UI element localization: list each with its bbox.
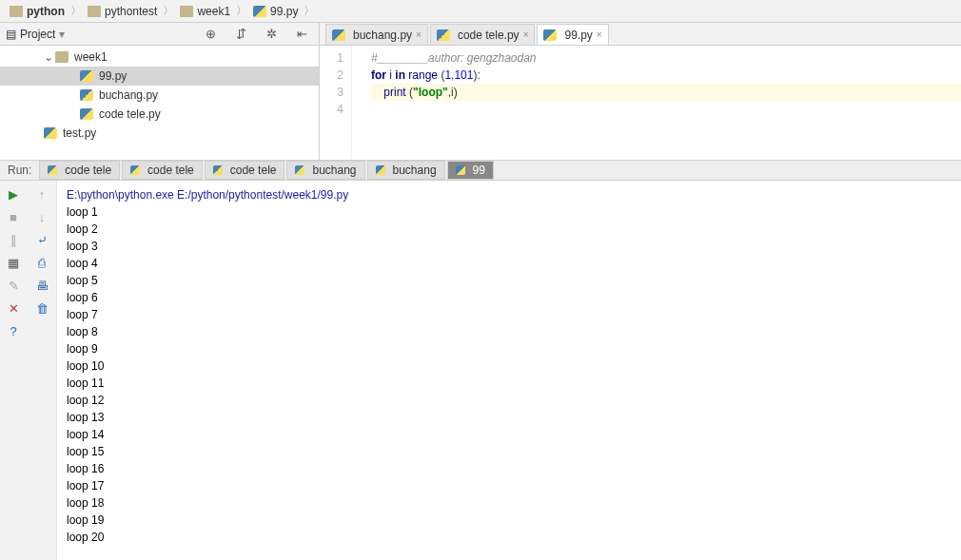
code-editor[interactable]: 1234 #________author: gengzhaodanfor i i…: [320, 46, 961, 160]
folder-icon: [88, 6, 101, 17]
chevron-right-icon: 〉: [302, 3, 317, 19]
editor-tab[interactable]: buchang.py×: [325, 24, 428, 45]
up-icon[interactable]: ↑: [30, 184, 53, 203]
python-file-icon: [213, 165, 223, 175]
folder-icon: [10, 6, 23, 17]
stop-icon[interactable]: ■: [2, 207, 25, 226]
editor-tab[interactable]: 99.py×: [537, 24, 608, 45]
project-panel: ▤ Project ▾ ⊕ ⇵ ✲ ⇤ ⌄week199.pybuchang.p…: [0, 23, 320, 160]
editor-tabs: buchang.py×code tele.py×99.py×: [320, 23, 961, 46]
python-file-icon: [543, 29, 557, 41]
console-line: loop 7: [67, 306, 951, 323]
python-file-icon: [437, 29, 450, 41]
folder-icon: [180, 6, 193, 17]
breadcrumb-item[interactable]: 99.py: [249, 1, 302, 22]
code-line[interactable]: #________author: gengzhaodan: [371, 49, 961, 67]
chevron-down-icon[interactable]: ⌄: [44, 50, 53, 64]
console-line: loop 11: [67, 375, 951, 392]
python-file-icon: [253, 6, 266, 17]
wrap-icon[interactable]: ⤶: [30, 230, 53, 249]
folder-icon: [55, 51, 69, 63]
run-tab[interactable]: code tele: [39, 161, 120, 180]
python-file-icon: [295, 165, 304, 175]
trash-icon[interactable]: 🗑: [30, 299, 53, 318]
run-label: Run:: [0, 164, 39, 177]
tree-item[interactable]: buchang.py: [0, 86, 319, 105]
python-file-icon: [48, 165, 57, 175]
console-line: loop 17: [67, 477, 951, 494]
breadcrumb-item[interactable]: pythontest: [84, 1, 161, 22]
console-line: loop 20: [67, 529, 951, 546]
code-area[interactable]: #________author: gengzhaodanfor i in ran…: [352, 46, 961, 160]
line-gutter: 1234: [320, 46, 352, 160]
collapse-icon[interactable]: ⇵: [229, 25, 252, 44]
code-line[interactable]: print ("loop",i): [371, 84, 961, 101]
close-tab-icon[interactable]: ×: [523, 29, 529, 40]
breadcrumb-item[interactable]: week1: [176, 1, 234, 22]
pause-icon[interactable]: ‖: [2, 230, 25, 249]
console-line: loop 3: [67, 238, 951, 255]
console-line: loop 1: [67, 203, 951, 221]
run-tab[interactable]: code tele: [205, 161, 285, 180]
console-line: loop 10: [67, 357, 951, 375]
run-tab[interactable]: buchang: [286, 161, 364, 180]
python-file-icon: [332, 29, 345, 41]
console-command: E:\python\python.exe E:/python/pythontes…: [67, 186, 951, 203]
chevron-right-icon: 〉: [234, 3, 249, 19]
console-line: loop 12: [67, 392, 951, 409]
python-file-icon: [80, 89, 93, 101]
close-icon[interactable]: ✕: [2, 299, 25, 318]
run-tab[interactable]: code tele: [122, 161, 203, 180]
project-header: ▤ Project ▾ ⊕ ⇵ ✲ ⇤: [0, 23, 319, 46]
run-tab[interactable]: 99: [447, 161, 494, 180]
run-tabs-bar: Run: code telecode telecode telebuchangb…: [0, 160, 961, 181]
console-line: loop 16: [67, 460, 951, 477]
project-title[interactable]: Project: [20, 28, 55, 41]
python-file-icon: [130, 165, 140, 175]
tree-item[interactable]: ⌄week1: [0, 48, 319, 67]
code-line[interactable]: for i in range (1,101):: [371, 67, 961, 84]
tree-item[interactable]: code tele.py: [0, 105, 319, 124]
dropdown-icon[interactable]: ▾: [59, 28, 65, 41]
save-icon[interactable]: 🖶: [30, 276, 53, 295]
console-line: loop 18: [67, 494, 951, 512]
run-toolbar: ▶ ↑ ■ ↓ ‖ ⤶ ▦ ⎙ ✎ 🖶 ✕ 🗑 ?: [0, 181, 57, 560]
console-line: loop 13: [67, 409, 951, 426]
console-output[interactable]: E:\python\python.exe E:/python/pythontes…: [57, 181, 961, 560]
python-file-icon: [456, 165, 465, 175]
run-tool-window: ▶ ↑ ■ ↓ ‖ ⤶ ▦ ⎙ ✎ 🖶 ✕ 🗑 ? E:\python\pyth…: [0, 181, 961, 560]
help-icon[interactable]: ?: [2, 321, 25, 340]
console-line: loop 19: [67, 512, 951, 529]
console-line: loop 5: [67, 272, 951, 289]
console-line: loop 14: [67, 426, 951, 443]
close-tab-icon[interactable]: ×: [597, 29, 602, 40]
python-file-icon: [44, 127, 57, 139]
gear-icon[interactable]: ✲: [260, 25, 283, 44]
python-file-icon: [80, 70, 93, 82]
console-line: loop 9: [67, 340, 951, 357]
project-tree[interactable]: ⌄week199.pybuchang.pycode tele.pytest.py: [0, 46, 319, 160]
project-icon: ▤: [6, 28, 16, 41]
tree-item[interactable]: test.py: [0, 124, 319, 143]
chevron-right-icon: 〉: [161, 3, 176, 19]
editor-panel: buchang.py×code tele.py×99.py× 1234 #___…: [320, 23, 961, 160]
console-line: loop 15: [67, 443, 951, 460]
python-file-icon: [80, 108, 93, 120]
hide-icon[interactable]: ⇤: [290, 25, 313, 44]
console-line: loop 4: [67, 255, 951, 272]
python-file-icon: [376, 165, 385, 175]
tree-item[interactable]: 99.py: [0, 67, 319, 86]
layout-icon[interactable]: ▦: [2, 253, 25, 272]
breadcrumb-item[interactable]: python: [6, 1, 69, 22]
down-icon[interactable]: ↓: [30, 207, 53, 226]
rerun-icon[interactable]: ▶: [2, 184, 25, 203]
run-tab[interactable]: buchang: [367, 161, 445, 180]
console-line: loop 6: [67, 289, 951, 306]
console-line: loop 2: [67, 221, 951, 238]
print-icon[interactable]: ⎙: [30, 253, 53, 272]
pin-icon[interactable]: ✎: [2, 276, 25, 295]
locate-icon[interactable]: ⊕: [199, 25, 222, 44]
console-line: loop 8: [67, 323, 951, 340]
editor-tab[interactable]: code tele.py×: [430, 24, 536, 45]
close-tab-icon[interactable]: ×: [416, 29, 422, 40]
